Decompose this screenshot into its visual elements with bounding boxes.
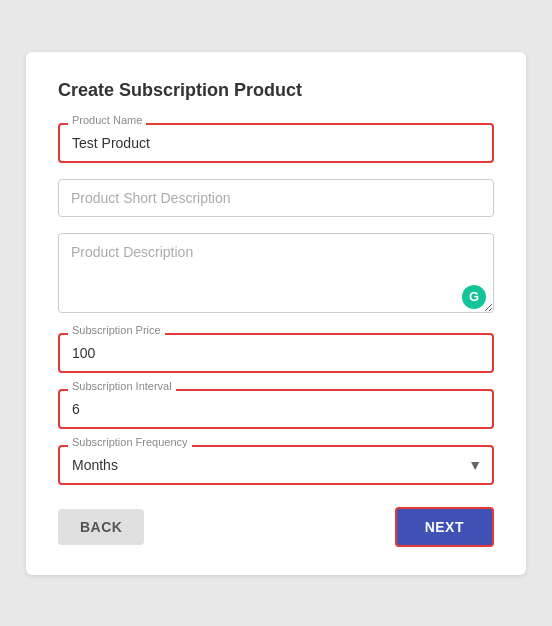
subscription-frequency-group: Subscription Frequency Days Weeks Months… [58, 445, 494, 485]
short-description-group [58, 179, 494, 217]
subscription-price-input[interactable] [58, 333, 494, 373]
subscription-interval-input[interactable] [58, 389, 494, 429]
create-subscription-card: Create Subscription Product Product Name… [26, 52, 526, 575]
subscription-interval-group: Subscription Interval [58, 389, 494, 429]
description-textarea[interactable] [58, 233, 494, 313]
page-title: Create Subscription Product [58, 80, 494, 101]
short-description-input[interactable] [58, 179, 494, 217]
subscription-interval-label: Subscription Interval [68, 380, 176, 392]
subscription-price-label: Subscription Price [68, 324, 165, 336]
subscription-frequency-select[interactable]: Days Weeks Months Years [58, 445, 494, 485]
description-group: G [58, 233, 494, 317]
back-button[interactable]: BACK [58, 509, 144, 545]
subscription-frequency-label: Subscription Frequency [68, 436, 192, 448]
product-name-input[interactable] [58, 123, 494, 163]
product-name-group: Product Name [58, 123, 494, 163]
grammarly-icon[interactable]: G [462, 285, 486, 309]
button-row: BACK NEXT [58, 507, 494, 547]
product-name-label: Product Name [68, 114, 146, 126]
next-button[interactable]: NEXT [395, 507, 494, 547]
subscription-price-group: Subscription Price [58, 333, 494, 373]
